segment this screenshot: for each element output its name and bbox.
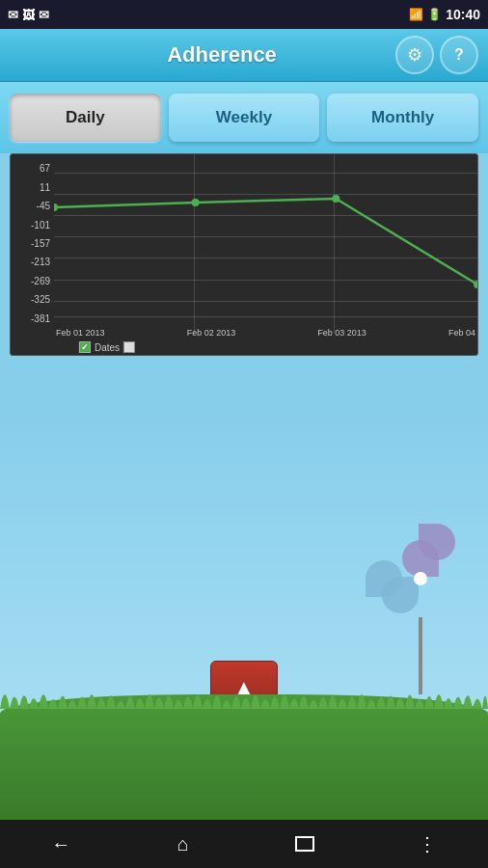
y-label-4: -157	[11, 238, 54, 249]
y-label-5: -213	[11, 257, 54, 267]
back-button[interactable]: ←	[41, 825, 80, 863]
y-label-6: -269	[11, 276, 54, 286]
pinwheel-center	[414, 572, 427, 585]
x-label-3: Feb 04	[448, 328, 475, 338]
clock: 10:40	[446, 7, 480, 22]
tab-bar: Daily Weekly Monthly	[0, 82, 488, 153]
image-icon: 🖼	[22, 8, 35, 22]
recents-button[interactable]	[285, 825, 324, 863]
home-icon: ⌂	[177, 833, 189, 855]
x-label-2: Feb 03 2013	[317, 328, 366, 338]
settings-button[interactable]: ⚙	[395, 36, 434, 74]
chart-plot	[54, 154, 477, 333]
menu-icon: ⋮	[418, 832, 437, 855]
petal-4	[382, 577, 419, 613]
chart-y-axis: 67 11 -45 -101 -157 -213 -269 -325 -381	[11, 154, 54, 333]
y-label-2: -45	[11, 201, 54, 211]
chart-line	[54, 154, 477, 333]
signal-icon: 📶	[409, 8, 423, 21]
chart-inner: 67 11 -45 -101 -157 -213 -269 -325 -381	[11, 154, 477, 333]
x-label-0: Feb 01 2013	[56, 328, 105, 338]
y-label-3: -101	[11, 220, 54, 231]
notification-icons: ✉ 🖼 ✉	[8, 8, 49, 22]
menu-button[interactable]: ⋮	[408, 825, 447, 863]
petal-3	[419, 524, 455, 560]
legend-checkbox: ✓	[79, 341, 91, 353]
y-label-0: 67	[11, 163, 54, 174]
svg-point-2	[332, 195, 339, 203]
chart-legend: ✓ Dates	[79, 341, 135, 353]
chart-x-axis: Feb 01 2013 Feb 02 2013 Feb 03 2013 Feb …	[54, 328, 477, 338]
legend-dates-label: Dates	[95, 342, 120, 353]
svg-point-0	[54, 203, 58, 211]
chart-container: 67 11 -45 -101 -157 -213 -269 -325 -381	[10, 153, 478, 356]
tab-monthly[interactable]: Monthly	[327, 94, 478, 142]
svg-point-1	[192, 199, 200, 206]
y-label-7: -325	[11, 294, 54, 305]
home-button[interactable]: ⌂	[164, 825, 203, 863]
system-icons: 📶 🔋 10:40	[409, 7, 480, 22]
pinwheel-flower	[382, 540, 459, 617]
x-label-1: Feb 02 2013	[187, 328, 236, 338]
back-icon: ←	[51, 833, 70, 855]
bottom-nav: ← ⌂ ⋮	[0, 820, 488, 868]
grass-blades-svg	[0, 680, 488, 709]
y-label-8: -381	[11, 313, 54, 324]
bg-scene: ▲	[0, 415, 488, 820]
tab-daily[interactable]: Daily	[10, 94, 161, 142]
help-icon: ?	[454, 46, 464, 64]
grass-bg	[0, 694, 488, 820]
legend-square	[123, 341, 135, 353]
battery-icon: 🔋	[427, 8, 442, 21]
recents-icon	[295, 836, 314, 852]
app-title: Adherence	[48, 42, 395, 68]
tab-weekly[interactable]: Weekly	[169, 94, 320, 142]
help-button[interactable]: ?	[440, 36, 478, 74]
mail-icon: ✉	[8, 8, 18, 22]
mail2-icon: ✉	[39, 8, 49, 22]
y-label-1: 11	[11, 182, 54, 193]
pinwheel	[382, 540, 459, 694]
nav-bar: Adherence ⚙ ?	[0, 29, 488, 82]
status-bar: ✉ 🖼 ✉ 📶 🔋 10:40	[0, 0, 488, 29]
settings-icon: ⚙	[407, 44, 422, 66]
